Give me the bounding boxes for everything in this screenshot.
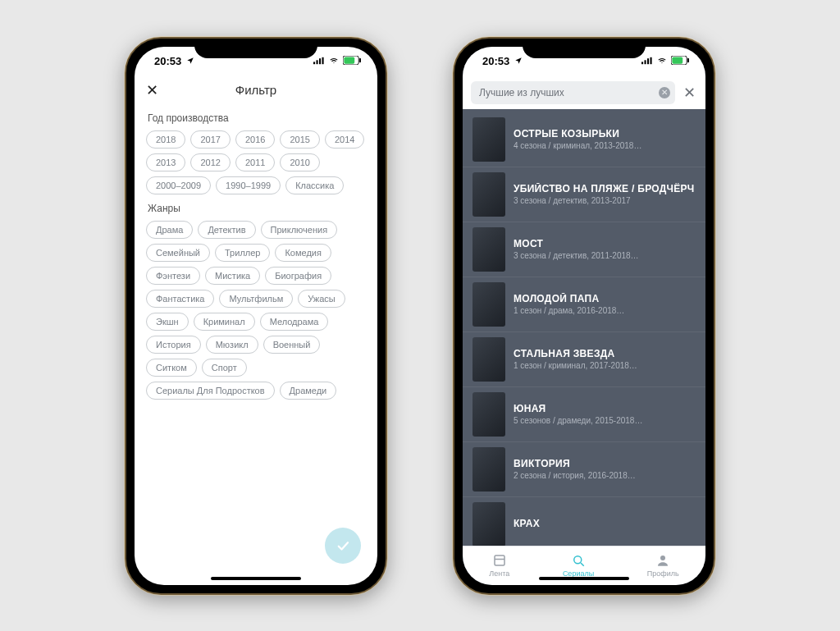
year-chip[interactable]: 2014 xyxy=(325,130,364,149)
location-arrow-icon xyxy=(513,55,524,67)
genre-chip[interactable]: Криминал xyxy=(194,313,255,331)
series-subtitle: 5 сезонов / драмеди, 2015-2018… xyxy=(514,416,642,425)
apply-fab[interactable] xyxy=(325,528,361,564)
tab-profile[interactable]: Профиль xyxy=(647,553,679,578)
genre-chip[interactable]: Драмеди xyxy=(280,382,337,400)
list-item[interactable]: КРАХ xyxy=(463,497,705,546)
series-title: ЮНАЯ xyxy=(514,403,642,414)
svg-point-18 xyxy=(660,556,665,560)
year-chip[interactable]: 2012 xyxy=(190,153,230,171)
close-icon[interactable]: ✕ xyxy=(146,83,158,98)
svg-rect-3 xyxy=(322,57,324,64)
tab-series[interactable]: Сериалы xyxy=(563,553,594,578)
battery-icon xyxy=(671,55,689,67)
genre-chip[interactable]: Ситком xyxy=(146,359,197,377)
search-value: Лучшие из лучших xyxy=(479,87,564,98)
series-thumbnail xyxy=(472,282,505,327)
svg-rect-9 xyxy=(647,58,649,64)
series-thumbnail xyxy=(472,227,505,272)
series-title: ОСТРЫЕ КОЗЫРЬКИ xyxy=(514,128,641,139)
year-section-label: Год производства xyxy=(148,112,366,124)
year-chip[interactable]: 2011 xyxy=(235,153,275,171)
series-thumbnail xyxy=(472,117,505,162)
genre-chip[interactable]: Семейный xyxy=(146,244,210,262)
genre-chip[interactable]: Детектив xyxy=(198,221,255,239)
genre-chip[interactable]: Мистика xyxy=(205,267,260,285)
battery-icon xyxy=(343,55,361,67)
year-chip[interactable]: 2015 xyxy=(280,130,319,149)
genre-chip[interactable]: Экшн xyxy=(146,313,189,331)
svg-rect-14 xyxy=(495,556,504,565)
year-chip[interactable]: 2000–2009 xyxy=(146,176,211,194)
tab-label: Лента xyxy=(489,569,509,578)
genre-chip[interactable]: Мюзикл xyxy=(206,336,258,354)
clear-search-icon[interactable]: ✕ xyxy=(659,87,670,98)
svg-line-17 xyxy=(581,563,584,566)
list-item[interactable]: СТАЛЬНАЯ ЗВЕЗДА1 сезон / криминал, 2017-… xyxy=(463,332,705,387)
svg-rect-0 xyxy=(313,62,315,64)
genres-section-label: Жанры xyxy=(148,203,366,214)
home-indicator xyxy=(211,577,301,580)
series-title: МОСТ xyxy=(514,238,639,249)
year-chip[interactable]: 2018 xyxy=(146,130,185,149)
series-thumbnail xyxy=(472,172,505,217)
year-chip[interactable]: Классика xyxy=(285,176,344,194)
signal-icon xyxy=(313,55,325,67)
series-thumbnail xyxy=(472,337,505,382)
genre-chip[interactable]: Биография xyxy=(265,267,331,285)
close-icon[interactable]: ✕ xyxy=(680,84,699,102)
genre-chip[interactable]: Сериалы Для Подростков xyxy=(146,382,275,400)
genre-chip[interactable]: Приключения xyxy=(261,221,338,239)
year-chip[interactable]: 2010 xyxy=(280,153,319,171)
year-chip[interactable]: 2013 xyxy=(146,153,185,171)
svg-rect-13 xyxy=(687,58,689,63)
series-subtitle: 3 сезона / детектив, 2011-2018… xyxy=(514,251,639,260)
home-indicator xyxy=(539,577,629,580)
svg-rect-1 xyxy=(317,60,318,64)
series-thumbnail xyxy=(472,502,505,546)
svg-rect-7 xyxy=(641,62,643,64)
location-arrow-icon xyxy=(185,55,196,67)
page-title: Фильтр xyxy=(235,83,276,97)
genre-chip[interactable]: Триллер xyxy=(215,244,270,262)
genre-chip[interactable]: Ужасы xyxy=(298,290,345,308)
svg-rect-8 xyxy=(645,60,646,64)
svg-rect-12 xyxy=(672,57,682,63)
list-item[interactable]: ОСТРЫЕ КОЗЫРЬКИ4 сезона / криминал, 2013… xyxy=(463,112,705,167)
list-item[interactable]: МОЛОДОЙ ПАПА1 сезон / драма, 2016-2018… xyxy=(463,277,705,332)
year-chip[interactable]: 1990–1999 xyxy=(216,176,281,194)
year-chip[interactable]: 2017 xyxy=(190,130,230,149)
status-time: 20:53 xyxy=(482,55,509,67)
status-time: 20:53 xyxy=(154,55,181,67)
series-subtitle: 2 сезона / история, 2016-2018… xyxy=(514,471,636,480)
device-notch xyxy=(194,39,317,58)
svg-point-16 xyxy=(574,556,582,564)
list-item[interactable]: ЮНАЯ5 сезонов / драмеди, 2015-2018… xyxy=(463,387,705,442)
tab-feed[interactable]: Лента xyxy=(489,553,509,578)
phone-list: 20:53 Лучшие из лучших ✕ xyxy=(453,37,715,595)
series-title: ВИКТОРИЯ xyxy=(514,458,636,469)
svg-rect-6 xyxy=(359,58,361,63)
series-subtitle: 4 сезона / криминал, 2013-2018… xyxy=(514,141,641,150)
genre-chip[interactable]: Мультфильм xyxy=(219,290,293,308)
genre-chip[interactable]: Драма xyxy=(146,221,193,239)
series-title: СТАЛЬНАЯ ЗВЕЗДА xyxy=(514,348,637,359)
genre-chip[interactable]: История xyxy=(146,336,201,354)
phone-filter: 20:53 ✕ Фильтр Год прои xyxy=(125,37,387,595)
search-input[interactable]: Лучшие из лучших ✕ xyxy=(471,81,675,104)
genre-chip[interactable]: Комедия xyxy=(275,244,331,262)
genre-chip-group: ДрамаДетективПриключенияСемейныйТриллерК… xyxy=(146,221,366,400)
series-thumbnail xyxy=(472,447,505,492)
genre-chip[interactable]: Фэнтези xyxy=(146,267,200,285)
year-chip[interactable]: 2016 xyxy=(235,130,275,149)
list-item[interactable]: ВИКТОРИЯ2 сезона / история, 2016-2018… xyxy=(463,442,705,497)
wifi-icon xyxy=(328,55,340,67)
genre-chip[interactable]: Военный xyxy=(263,336,321,354)
list-item[interactable]: УБИЙСТВО НА ПЛЯЖЕ / БРОДЧЁРЧ3 сезона / д… xyxy=(463,167,705,222)
list-item[interactable]: МОСТ3 сезона / детектив, 2011-2018… xyxy=(463,222,705,277)
genre-chip[interactable]: Фантастика xyxy=(146,290,214,308)
series-title: КРАХ xyxy=(514,518,540,529)
genre-chip[interactable]: Спорт xyxy=(202,359,247,377)
genre-chip[interactable]: Мелодрама xyxy=(260,313,329,331)
series-thumbnail xyxy=(472,392,505,437)
